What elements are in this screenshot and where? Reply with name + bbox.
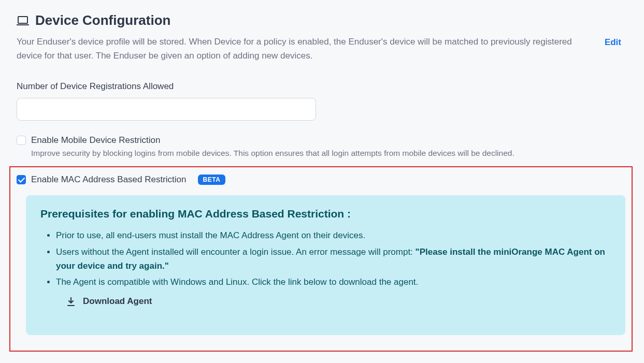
mac-restriction-section: Enable MAC Address Based Restriction BET…	[9, 166, 633, 352]
download-agent-link[interactable]: Download Agent	[66, 294, 611, 308]
prereq-list: Prior to use, all end-users must install…	[40, 228, 611, 308]
device-config-panel: Device Configuration Edit Your Enduser's…	[0, 0, 644, 363]
mobile-restriction-row: Enable Mobile Device Restriction	[17, 135, 627, 146]
header-row: Device Configuration	[17, 12, 627, 28]
mobile-restriction-checkbox[interactable]	[17, 136, 26, 145]
laptop-icon	[17, 16, 29, 25]
prereq-item: The Agent is compatible with Windows and…	[56, 275, 611, 308]
device-reg-label: Number of Device Registrations Allowed	[17, 81, 627, 92]
page-description: Your Enduser's device profile will be st…	[17, 35, 597, 63]
mac-restriction-row: Enable MAC Address Based Restriction BET…	[17, 175, 625, 185]
prereq-item-text: Prior to use, all end-users must install…	[56, 230, 365, 240]
beta-badge: BETA	[198, 175, 226, 185]
edit-button[interactable]: Edit	[605, 37, 621, 48]
prereq-item: Prior to use, all end-users must install…	[56, 228, 611, 242]
prereq-title: Prerequisites for enabling MAC Address B…	[40, 208, 611, 220]
mobile-restriction-hint: Improve security by blocking logins from…	[31, 149, 627, 158]
prereq-item-text: Users without the Agent installed will e…	[56, 247, 416, 257]
download-agent-label: Download Agent	[83, 294, 152, 308]
download-icon	[66, 297, 76, 306]
page-title: Device Configuration	[35, 12, 170, 28]
mobile-restriction-label: Enable Mobile Device Restriction	[31, 135, 160, 146]
svg-rect-0	[18, 17, 27, 23]
mac-restriction-label: Enable MAC Address Based Restriction	[31, 175, 187, 185]
prereq-item: Users without the Agent installed will e…	[56, 245, 611, 273]
prereq-item-text: The Agent is compatible with Windows and…	[56, 277, 418, 287]
device-reg-input[interactable]	[17, 98, 316, 121]
mac-restriction-checkbox[interactable]	[17, 175, 26, 184]
prereq-box: Prerequisites for enabling MAC Address B…	[26, 195, 625, 335]
